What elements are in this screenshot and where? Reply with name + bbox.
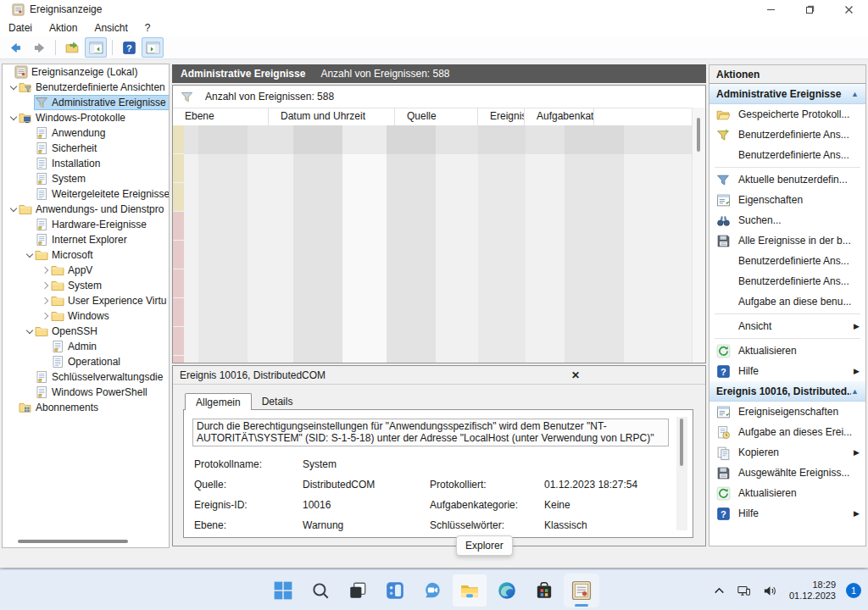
collapse-arrow-icon[interactable]: ▲ [851, 90, 859, 98]
tree-expander-icon[interactable] [8, 204, 19, 214]
action-item[interactable]: Ausgewählte Ereigniss... [709, 463, 865, 483]
tree-item[interactable]: Windows-Protokolle [3, 110, 169, 125]
action-pane-toggle-button[interactable] [142, 37, 164, 58]
action-item[interactable]: Benutzerdefinierte Ans... [709, 271, 865, 291]
events-vertical-scrollbar[interactable] [692, 108, 705, 363]
tree-item[interactable]: Ereignisanzeige (Lokal) [3, 64, 169, 80]
collapse-arrow-icon[interactable]: ▲ [851, 387, 859, 396]
taskbar-widgets-icon[interactable] [377, 574, 413, 607]
close-detail-icon[interactable]: ✕ [446, 369, 705, 381]
tree-item[interactable]: System [3, 278, 169, 293]
action-item[interactable]: ?Hilfe▶ [709, 361, 865, 381]
tree-item[interactable]: Anwendung [3, 125, 169, 141]
tree-item[interactable]: Anwendungs- und Dienstpro [3, 202, 169, 217]
tree-expander-icon[interactable] [8, 82, 19, 92]
tree-expander-icon[interactable] [41, 265, 51, 275]
tab-details[interactable]: Details [252, 393, 303, 409]
scrollbar-thumb[interactable] [697, 118, 700, 152]
action-item[interactable]: Aktualisieren [709, 341, 865, 361]
tree-item[interactable]: Sicherheit [3, 141, 169, 156]
taskbar-clock[interactable]: 18:29 01.12.2023 [786, 580, 839, 602]
tree-item[interactable]: Windows PowerShell [3, 385, 169, 400]
console-tree-toggle-button[interactable] [85, 37, 107, 58]
open-saved-log-button[interactable] [61, 37, 83, 58]
action-item[interactable]: Benutzerdefinierte Ans... [709, 125, 865, 145]
taskbar-taskview-icon[interactable] [340, 574, 376, 607]
action-item[interactable]: Benutzerdefinierte Ans... [709, 145, 865, 165]
taskbar-start-icon[interactable] [265, 574, 301, 607]
tray-chevron-up-icon[interactable] [709, 580, 730, 601]
taskbar-store-icon[interactable] [526, 574, 562, 607]
tree-item[interactable]: Abonnements [3, 400, 169, 415]
tree-item[interactable]: Microsoft [3, 247, 169, 263]
taskbar-search-icon[interactable] [303, 574, 338, 607]
help-button[interactable]: ? [118, 37, 140, 58]
taskbar-explorer-icon[interactable] [452, 574, 487, 607]
tree-item[interactable]: Benutzerdefinierte Ansichten [3, 80, 169, 95]
forward-button[interactable] [28, 37, 50, 58]
tree-expander-icon[interactable] [8, 113, 19, 123]
column-header[interactable]: Ebene [173, 108, 269, 125]
tree-expander-icon[interactable] [41, 311, 51, 321]
menu-datei[interactable]: Datei [0, 20, 41, 36]
tree-item[interactable]: AppV [3, 263, 169, 278]
actions-section-header[interactable]: Administrative Ereignisse▲ [709, 84, 865, 104]
tree-item[interactable]: Hardware-Ereignisse [3, 217, 169, 232]
tree-horizontal-scrollbar[interactable] [4, 540, 131, 544]
column-header[interactable]: Datum und Uhrzeit [269, 108, 395, 125]
tree-item[interactable]: Installation [3, 156, 169, 171]
action-item[interactable]: Ereigniseigenschaften [709, 402, 865, 422]
taskbar-edge-icon[interactable] [489, 574, 525, 607]
menu-ansicht[interactable]: Ansicht [86, 20, 136, 36]
tree-expander-icon[interactable] [25, 250, 35, 260]
action-item[interactable]: Alle Ereignisse in der b... [709, 230, 865, 251]
tree-item[interactable]: Schlüsselverwaltungsdie [3, 369, 169, 385]
menu-aktion[interactable]: Aktion [41, 20, 86, 36]
tree-item[interactable]: Weitergeleitete Ereignisse [3, 186, 169, 202]
tray-network-icon[interactable] [735, 580, 755, 601]
tree-item[interactable]: Operational [3, 354, 169, 369]
minimize-button[interactable] [751, 0, 790, 19]
tree-item[interactable]: Admin [3, 339, 169, 354]
tree-expander-icon[interactable] [41, 296, 51, 306]
column-header[interactable]: Quelle [395, 108, 478, 125]
back-button[interactable] [4, 37, 26, 58]
actions-section-header[interactable]: Ereignis 10016, Distributed...▲ [709, 381, 865, 402]
action-item[interactable]: Aktuelle benutzerdefin... [709, 169, 865, 190]
tray-volume-icon[interactable] [760, 580, 781, 601]
events-rows-redacted[interactable] [173, 125, 693, 363]
scrollbar-thumb[interactable] [680, 419, 683, 466]
detail-vertical-scrollbar[interactable] [676, 417, 687, 530]
tree-expander-icon[interactable] [41, 280, 51, 291]
tree-item[interactable]: Windows [3, 308, 169, 324]
notification-badge[interactable]: 1 [846, 583, 861, 598]
tree-item[interactable]: Internet Explorer [3, 232, 169, 247]
action-item[interactable]: Benutzerdefinierte Ans... [709, 251, 865, 271]
action-item[interactable]: Eigenschaften [709, 190, 865, 210]
tree-item[interactable]: OpenSSH [3, 324, 169, 339]
event-description[interactable]: Durch die Berechtigungseinstellungen für… [192, 419, 669, 446]
action-item[interactable]: Aufgabe an dieses Erei... [709, 422, 865, 442]
column-header[interactable]: Aufgabenkate... [525, 108, 594, 125]
tree-item[interactable]: User Experience Virtu [3, 293, 169, 308]
maximize-button[interactable] [790, 0, 829, 19]
action-item[interactable]: Kopieren▶ [709, 442, 865, 463]
tree-item[interactable]: Administrative Ereignisse [3, 95, 169, 110]
action-item[interactable]: ?Hilfe▶ [709, 503, 865, 524]
menu-help[interactable]: ? [136, 20, 159, 36]
action-item[interactable]: Gespeicherte Protokoll... [709, 104, 865, 125]
tab-allgemein[interactable]: Allgemein [185, 393, 252, 410]
action-item[interactable]: Aktualisieren [709, 483, 865, 503]
taskbar-eventviewer-task-icon[interactable] [564, 574, 599, 607]
action-item[interactable]: Suchen... [709, 210, 865, 230]
action-item[interactable]: Ansicht▶ [709, 316, 865, 336]
taskbar-chat-icon[interactable] [415, 574, 450, 607]
close-button[interactable] [829, 0, 868, 19]
column-header[interactable]: Ereignis-ID [478, 108, 525, 125]
tree-expander-icon[interactable] [25, 326, 35, 336]
action-item[interactable]: Aufgabe an diese benu... [709, 291, 865, 312]
event-level-strip-error [173, 298, 184, 326]
titlebar[interactable]: Ereignisanzeige [0, 0, 868, 19]
tree-item[interactable]: System [3, 171, 169, 186]
scrollbar-thumb[interactable] [18, 540, 128, 543]
